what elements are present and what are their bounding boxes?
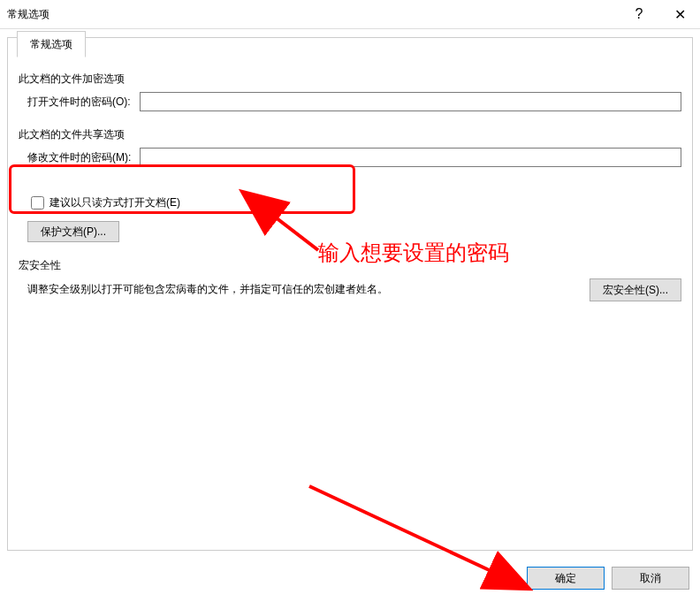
encrypt-section-title: 此文档的文件加密选项 [19,72,681,87]
window-title: 常规选项 [7,7,619,22]
open-password-row: 打开文件时的密码(O): [27,92,681,111]
modify-password-row: 修改文件时的密码(M): [27,148,681,167]
general-options-dialog: 常规选项 ? ✕ 常规选项 此文档的文件加密选项 打开文件时的密码(O): 此文… [0,0,700,602]
close-button[interactable]: ✕ [659,1,700,27]
macro-security-button[interactable]: 宏安全性(S)... [590,278,681,301]
open-password-label: 打开文件时的密码(O): [27,95,131,110]
dialog-body: 常规选项 此文档的文件加密选项 打开文件时的密码(O): 此文档的文件共享选项 … [7,37,693,551]
macro-row: 调整安全级别以打开可能包含宏病毒的文件，并指定可信任的宏创建者姓名。 宏安全性(… [27,278,681,301]
open-password-input[interactable] [140,92,681,111]
modify-password-label: 修改文件时的密码(M): [27,150,131,165]
modify-password-input[interactable] [140,148,681,167]
protect-document-button[interactable]: 保护文档(P)... [27,221,119,242]
readonly-recommend-label: 建议以只读方式打开文档(E) [49,195,180,210]
cancel-button[interactable]: 取消 [612,567,689,590]
macro-description: 调整安全级别以打开可能包含宏病毒的文件，并指定可信任的宏创建者姓名。 [27,278,572,297]
share-section-title: 此文档的文件共享选项 [19,127,681,142]
titlebar: 常规选项 ? ✕ [0,0,700,29]
help-button[interactable]: ? [619,1,659,27]
dialog-footer: 确定 取消 [527,567,689,590]
readonly-recommend-checkbox[interactable] [31,196,44,210]
ok-button[interactable]: 确定 [527,567,605,590]
macro-section-title: 宏安全性 [19,258,681,273]
tab-general-options[interactable]: 常规选项 [17,31,86,57]
window-controls: ? ✕ [619,1,700,27]
readonly-recommend-row: 建议以只读方式打开文档(E) [27,194,681,212]
